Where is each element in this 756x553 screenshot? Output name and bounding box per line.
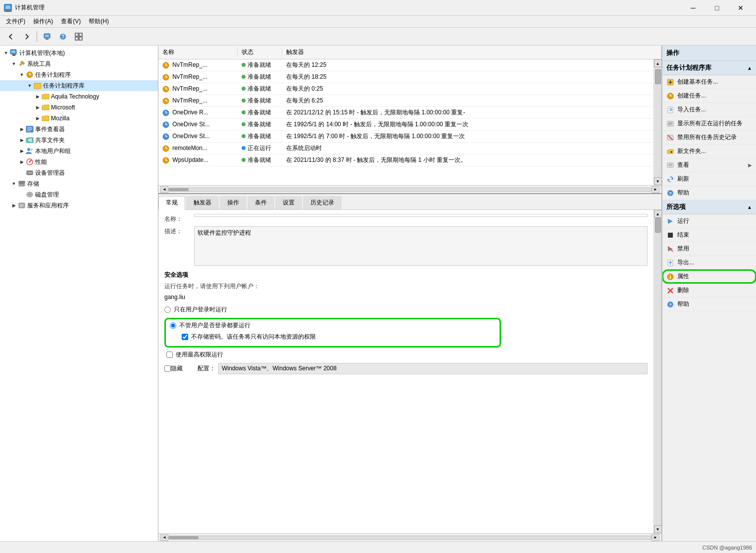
detail-scroll-left[interactable]: ◄ <box>160 534 168 541</box>
detail-scroll-track[interactable] <box>655 218 661 525</box>
checkbox-highest-priv[interactable] <box>166 352 173 358</box>
toggle-sys-tools[interactable]: ▼ <box>10 60 18 68</box>
toggle-task-scheduler[interactable]: ▼ <box>18 71 26 79</box>
task-lib-collapse-arrow[interactable]: ▲ <box>747 65 752 71</box>
detail-hthumb[interactable] <box>169 536 199 539</box>
checkbox-hidden[interactable] <box>164 365 171 372</box>
scroll-right-button[interactable]: ► <box>652 186 659 193</box>
tree-device-mgr[interactable]: ▶ 设备管理器 <box>0 167 158 178</box>
radio-login-only[interactable] <box>164 306 171 313</box>
action-view[interactable]: 查看 ▶ <box>662 158 756 172</box>
toggle-storage[interactable]: ▼ <box>10 180 18 188</box>
tree-sys-tools[interactable]: ▼ 系统工具 <box>0 58 158 69</box>
toggle-task-scheduler-lib[interactable]: ▼ <box>26 82 34 90</box>
action-new-folder[interactable]: 新文件夹... <box>662 145 756 158</box>
task-list-hscroll[interactable]: ◄ ► <box>158 185 661 193</box>
tree-performance[interactable]: ▶ 性能 <box>0 156 158 167</box>
tab-actions[interactable]: 操作 <box>220 196 247 209</box>
tree-disk-mgmt[interactable]: ▶ 磁盘管理 <box>0 189 158 200</box>
action-end[interactable]: 结束 <box>662 228 756 242</box>
table-row[interactable]: remoteMon... 正在运行 在系统启动时 <box>158 143 654 154</box>
up-button[interactable] <box>40 30 54 44</box>
help-toolbar-button[interactable]: ? <box>56 30 70 44</box>
menu-file[interactable]: 文件(F) <box>2 16 29 27</box>
desc-value[interactable]: 软硬件监控守护进程 <box>194 226 648 266</box>
action-disable-history[interactable]: 禁用所有任务历史记录 <box>662 131 756 145</box>
tree-task-scheduler[interactable]: ▼ 任务计划程序 <box>0 69 158 80</box>
table-row[interactable]: NvTmRep_... 准备就绪 在每天的 0:25 <box>158 83 654 95</box>
menu-view[interactable]: 查看(V) <box>57 16 85 27</box>
task-list-vscroll[interactable]: ▲ ▼ <box>654 59 661 185</box>
detail-scroll-down[interactable]: ▼ <box>654 525 662 533</box>
scroll-left-button[interactable]: ◄ <box>160 186 168 193</box>
tree-mozilla[interactable]: ▶ Mozilla <box>0 113 158 124</box>
detail-scroll-up[interactable]: ▲ <box>654 210 662 218</box>
tree-local-users[interactable]: ▶ 本地用户和组 <box>0 146 158 156</box>
name-field-value[interactable] <box>194 214 648 217</box>
toggle-microsoft[interactable]: ▶ <box>34 103 42 111</box>
toggle-event[interactable]: ▶ <box>18 125 26 133</box>
action-help-lib[interactable]: ? 帮助 <box>662 186 756 200</box>
action-run[interactable]: 运行 <box>662 214 756 228</box>
toggle-services[interactable]: ▶ <box>10 201 18 209</box>
action-help-selected[interactable]: ? 帮助 <box>662 298 756 311</box>
scroll-hthumb[interactable] <box>169 188 189 191</box>
menu-action[interactable]: 操作(A) <box>29 16 57 27</box>
task-list-body[interactable]: NvTmRep_... 准备就绪 在每天的 12:25 NvTmRep_... <box>158 59 654 185</box>
action-properties[interactable]: 属性 <box>662 270 756 284</box>
toggle-aquila[interactable]: ▶ <box>34 93 42 101</box>
tree-root[interactable]: ▼ 计算机管理(本地) <box>0 48 158 58</box>
action-disable[interactable]: 禁用 <box>662 242 756 256</box>
tree-aquila[interactable]: ▶ Aquila Technology <box>0 91 158 102</box>
tree-storage[interactable]: ▼ 存储 <box>0 178 158 189</box>
scroll-up-button[interactable]: ▲ <box>654 59 662 67</box>
action-export[interactable]: 导出... <box>662 256 756 270</box>
table-row[interactable]: OneDrive R... 准备就绪 在 2021/12/12 的 15:15 … <box>158 107 654 119</box>
tab-triggers[interactable]: 触发器 <box>186 196 219 209</box>
scroll-htrack[interactable] <box>168 188 652 192</box>
action-show-running[interactable]: 显示所有正在运行的任务 <box>662 117 756 131</box>
action-delete[interactable]: 删除 <box>662 284 756 298</box>
tab-settings[interactable]: 设置 <box>275 196 302 209</box>
action-import-task[interactable]: 导入任务... <box>662 103 756 117</box>
tree-task-scheduler-lib[interactable]: ▼ 任务计划程序库 <box>0 80 158 91</box>
detail-htrack[interactable] <box>168 536 652 540</box>
action-create-task[interactable]: 创建任务... <box>662 89 756 103</box>
toggle-mozilla[interactable]: ▶ <box>34 114 42 122</box>
tree-shared-folders[interactable]: ▶ 共享文件夹 <box>0 135 158 146</box>
toggle-shared[interactable]: ▶ <box>18 136 26 144</box>
detail-scroll-thumb[interactable] <box>655 218 661 233</box>
scroll-down-button[interactable]: ▼ <box>654 177 662 185</box>
detail-vscroll[interactable]: ▲ ▼ <box>654 210 661 533</box>
tree-services[interactable]: ▶ 服务和应用程序 <box>0 200 158 211</box>
toggle-users[interactable]: ▶ <box>18 147 26 155</box>
forward-button[interactable] <box>20 30 34 44</box>
detail-hscroll[interactable]: ◄ ► <box>158 533 661 541</box>
close-button[interactable]: ✕ <box>729 1 752 15</box>
action-create-basic[interactable]: 创建基本任务... <box>662 75 756 89</box>
action-refresh[interactable]: 刷新 <box>662 172 756 186</box>
table-row[interactable]: NvTmRep_... 准备就绪 在每天的 12:25 <box>158 59 654 71</box>
back-button[interactable] <box>4 30 18 44</box>
table-row[interactable]: OneDrive St... 准备就绪 在 1992/5/1 的 7:00 时 … <box>158 131 654 143</box>
table-row[interactable]: WpsUpdate... 准备就绪 在 2021/11/30 的 8:37 时 … <box>158 154 654 166</box>
table-row[interactable]: NvTmRep_... 准备就绪 在每天的 18:25 <box>158 71 654 83</box>
tab-history[interactable]: 历史记录 <box>303 196 342 209</box>
radio-always-run[interactable] <box>170 322 176 329</box>
grid-button[interactable] <box>72 30 86 44</box>
scroll-track[interactable] <box>655 67 661 177</box>
maximize-button[interactable]: □ <box>706 1 728 15</box>
table-row[interactable]: OneDrive St... 准备就绪 在 1992/5/1 的 14:00 时… <box>158 119 654 131</box>
checkbox-no-password[interactable] <box>182 334 188 340</box>
tree-event-viewer[interactable]: ▶ 事件查看器 <box>0 124 158 135</box>
scroll-thumb[interactable] <box>655 69 661 84</box>
tab-conditions[interactable]: 条件 <box>248 196 274 209</box>
tab-general[interactable]: 常规 <box>158 196 185 210</box>
table-row[interactable]: NvTmRep_... 准备就绪 在每天的 6:25 <box>158 95 654 107</box>
minimize-button[interactable]: ─ <box>682 1 705 15</box>
toggle-root[interactable]: ▼ <box>2 49 10 57</box>
selected-collapse-arrow[interactable]: ▲ <box>747 204 752 210</box>
menu-help[interactable]: 帮助(H) <box>85 16 113 27</box>
tree-microsoft[interactable]: ▶ Microsoft <box>0 102 158 113</box>
toggle-perf[interactable]: ▶ <box>18 158 26 166</box>
